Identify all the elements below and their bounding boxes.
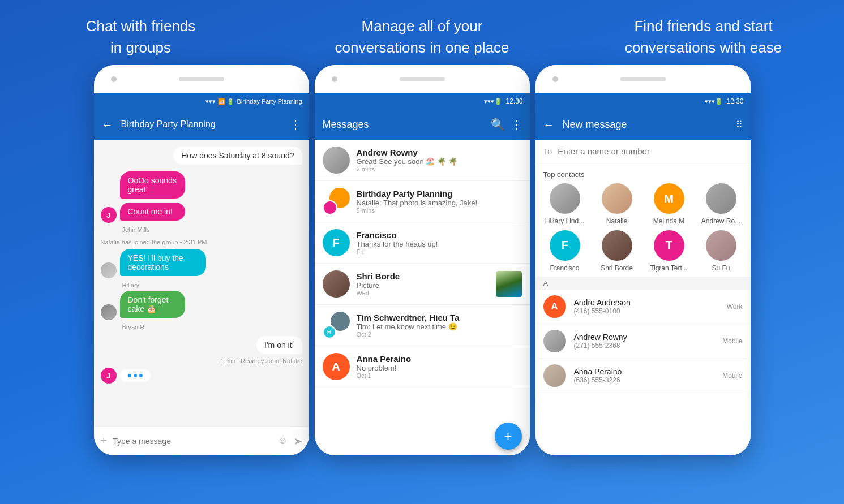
birthday-name: Birthday Party Planning [357, 189, 522, 199]
bryan-label: Bryan R [122, 324, 302, 330]
msg-saturday: How does Saturday at 8 sound? [173, 147, 302, 165]
conv-anna[interactable]: A Anna Peraino No problem! Oct 1 [315, 346, 530, 387]
hillary-lind-name: Hillary Lind... [545, 217, 584, 225]
top-contact-hillary[interactable]: Hillary Lind... [545, 183, 585, 225]
new-message-title: New message [563, 119, 736, 131]
chat-input[interactable] [113, 437, 272, 446]
andrew-cl-avatar [543, 330, 566, 352]
top-contact-andrew[interactable]: Andrew Ro... [701, 183, 741, 225]
menu-icon-1[interactable]: ⋮ [290, 118, 301, 131]
tim-preview: Tim: Let me know next time 😉 [357, 322, 522, 331]
anna-time: Oct 1 [357, 372, 522, 379]
dialpad-icon[interactable]: ⠿ [736, 119, 743, 130]
j-typing-avatar: J [101, 368, 117, 384]
to-label: To [543, 147, 552, 156]
contact-anna-peraino[interactable]: Anna Peraino (636) 555-3226 Mobile [535, 359, 751, 393]
natalie-name: Natalie [606, 217, 627, 225]
phone-new-message: ▾▾▾🔋 12:30 ← New message ⠿ To Top contac… [535, 65, 751, 455]
bryan-avatar [101, 304, 117, 320]
phone-messages-list: ▾▾▾🔋 12:30 Messages 🔍 ⋮ Andrew Rowny Gre… [315, 65, 530, 455]
msg-ooo: OoOo sounds great! [120, 171, 186, 199]
read-receipt: 1 min · Read by John, Natalie [101, 357, 302, 364]
birthday-time: 5 mins [357, 207, 522, 214]
add-icon[interactable]: + [101, 434, 108, 447]
fab-compose[interactable]: + [495, 423, 522, 450]
msg-count-me: Count me in! [120, 203, 186, 221]
search-icon-2[interactable]: 🔍 [491, 118, 505, 131]
sufu-name: Su Fu [712, 264, 730, 272]
john-mills-label: John Mills [122, 226, 302, 233]
contact-andre[interactable]: A Andre Anderson (416) 555-0100 Work [535, 290, 751, 324]
shri-thumb [496, 271, 522, 297]
shri-preview: Picture [357, 281, 489, 290]
contact-andrew-rowny[interactable]: Andrew Rowny (271) 555-2368 Mobile [535, 324, 751, 359]
headline-1: Chat with friendsin groups [0, 16, 281, 58]
francisco-avatar: F [323, 229, 350, 256]
alpha-header-a: A [535, 277, 751, 290]
status-time-2: 12:30 [505, 97, 522, 105]
messages-title: Messages [323, 119, 485, 131]
andrew-rowny-type: Mobile [722, 337, 742, 345]
send-icon[interactable]: ➤ [294, 435, 302, 447]
system-natalie-joined: Natalie has joined the group • 2:31 PM [101, 239, 302, 245]
back-arrow-3[interactable]: ← [543, 118, 555, 131]
anna-avatar: A [323, 353, 350, 380]
francisco-tc-name: Francisco [550, 264, 579, 272]
anna-name: Anna Peraino [357, 354, 522, 364]
andrew-preview: Great! See you soon 🏖️ 🌴 🌴 [357, 157, 522, 166]
tim-name: Tim Schwerdtner, Hieu Ta [357, 313, 522, 322]
hillary-label: Hillary [122, 282, 302, 288]
top-contacts-title: Top contacts [535, 163, 751, 183]
conv-andrew-rowny[interactable]: Andrew Rowny Great! See you soon 🏖️ 🌴 🌴 … [315, 140, 530, 181]
top-contact-sufu[interactable]: Su Fu [701, 230, 741, 272]
conv-francisco[interactable]: F Francisco Thanks for the heads up! Fri [315, 222, 530, 264]
top-contact-tigran[interactable]: T Tigran Tert... [649, 230, 689, 272]
andrew-time: 2 mins [357, 166, 522, 173]
conv-tim[interactable]: H Tim Schwerdtner, Hieu Ta Tim: Let me k… [315, 305, 530, 346]
phone-chat-groups: ▾▾▾ 📶 🔋 Birthday Party Planning ← Birthd… [94, 65, 309, 455]
top-contact-shri[interactable]: Shri Borde [597, 230, 637, 272]
francisco-preview: Thanks for the heads up! [357, 240, 522, 248]
msg-im-on-it: I'm on it! [256, 336, 302, 354]
top-contact-melinda[interactable]: M Melinda M [649, 183, 689, 225]
shri-tc-name: Shri Borde [601, 264, 633, 272]
anna-peraino-type: Mobile [722, 372, 742, 380]
chat-title: Birthday Party Planning [121, 119, 284, 130]
andrew-ro-name: Andrew Ro... [701, 217, 740, 225]
menu-icon-2[interactable]: ⋮ [511, 118, 522, 131]
francisco-name: Francisco [357, 230, 522, 240]
top-contact-natalie[interactable]: Natalie [597, 183, 637, 225]
shri-name: Shri Borde [357, 272, 489, 281]
tigran-name: Tigran Tert... [650, 264, 688, 272]
top-contact-francisco[interactable]: F Francisco [545, 230, 585, 272]
hillary-avatar [101, 262, 117, 278]
andre-type: Work [727, 303, 743, 311]
back-arrow-1[interactable]: ← [102, 118, 113, 131]
headline-3: Find friends and startconversations with… [563, 16, 844, 58]
anna-peraino-cl-phone: (636) 555-3226 [574, 376, 715, 384]
j-avatar: J [101, 207, 117, 223]
headline-2: Manage all of yourconversations in one p… [281, 16, 563, 58]
status-time-3: 12:30 [726, 97, 743, 105]
francisco-time: Fri [357, 248, 522, 255]
anna-peraino-cl-name: Anna Peraino [574, 367, 715, 376]
to-input[interactable] [558, 147, 742, 156]
birthday-preview: Natalie: That photo is amazing, Jake! [357, 199, 522, 207]
andrew-rowny-cl-phone: (271) 555-2368 [574, 342, 715, 350]
andrew-name: Andrew Rowny [357, 148, 522, 157]
anna-cl-avatar [543, 364, 566, 387]
tim-time: Oct 2 [357, 331, 522, 338]
tim-avatar: H [323, 312, 350, 339]
andre-phone: (416) 555-0100 [574, 307, 719, 315]
msg-decorations: YES! I'll buy the decorations [120, 249, 206, 276]
emoji-icon[interactable]: ☺ [277, 435, 288, 447]
conv-shri[interactable]: Shri Borde Picture Wed [315, 264, 530, 305]
birthday-group-avatar [323, 188, 350, 215]
andre-avatar: A [543, 295, 566, 318]
andrew-avatar [323, 147, 350, 174]
shri-time: Wed [357, 290, 489, 296]
andrew-rowny-cl-name: Andrew Rowny [574, 333, 715, 342]
shri-avatar [323, 270, 350, 298]
conv-birthday-party[interactable]: Birthday Party Planning Natalie: That ph… [315, 181, 530, 222]
anna-preview: No problem! [357, 364, 522, 372]
